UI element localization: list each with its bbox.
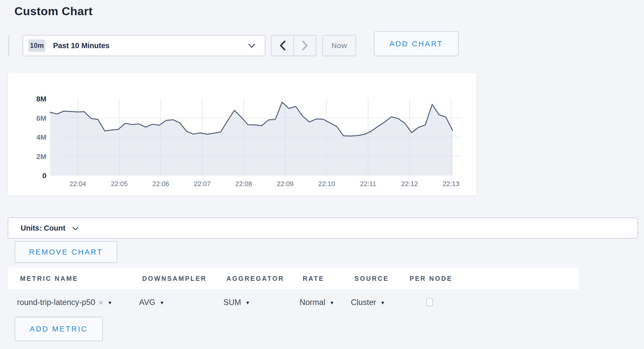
caret-down-icon: ▼ <box>329 300 334 306</box>
col-header-aggregator: AGGREGATOR <box>226 268 284 289</box>
chart-x-tick-label: 22:04 <box>69 180 86 188</box>
caret-down-icon: ▼ <box>380 300 385 306</box>
chevron-down-icon <box>248 43 256 49</box>
source-select[interactable]: Cluster ▼ <box>351 289 385 316</box>
chart-x-tick-label: 22:06 <box>152 180 169 188</box>
chart-x-tick-label: 22:11 <box>360 180 376 188</box>
add-chart-button[interactable]: ADD CHART <box>374 31 459 56</box>
aggregator-select[interactable]: SUM ▼ <box>223 289 250 316</box>
caret-down-icon: ▼ <box>245 300 250 306</box>
rate-select[interactable]: Normal ▼ <box>300 289 334 316</box>
chart-x-tick-label: 22:10 <box>318 180 335 188</box>
chevron-right-icon <box>302 40 308 51</box>
col-header-per-node: PER NODE <box>410 268 453 289</box>
chart-card: 02M4M6M8M22:0422:0522:0622:0722:0822:092… <box>8 73 477 196</box>
clear-icon[interactable]: × <box>98 298 103 308</box>
time-nav-group <box>271 35 316 56</box>
metric-chart: 02M4M6M8M22:0422:0522:0622:0722:0822:092… <box>8 73 477 196</box>
time-range-label: Past 10 Minutes <box>53 41 109 50</box>
caret-down-icon: ▼ <box>107 300 112 306</box>
chart-y-tick-label: 0 <box>42 172 46 180</box>
add-metric-button[interactable]: ADD METRIC <box>15 317 103 341</box>
metric-name-select[interactable]: round-trip-latency-p50 × ▼ <box>17 289 112 316</box>
time-range-badge: 10m <box>28 39 45 52</box>
metric-table-row: round-trip-latency-p50 × ▼ AVG ▼ SUM ▼ N… <box>0 289 644 316</box>
chart-area-fill <box>50 102 453 176</box>
chart-x-tick-label: 22:13 <box>443 180 459 188</box>
chart-x-tick-label: 22:12 <box>401 180 418 188</box>
toolbar-divider <box>9 35 9 56</box>
chart-x-tick-label: 22:09 <box>277 180 293 188</box>
chart-y-tick-label: 2M <box>36 153 46 161</box>
downsampler-select[interactable]: AVG ▼ <box>139 289 164 316</box>
custom-chart-page: Custom Chart 10m Past 10 Minutes Now ADD… <box>0 0 644 349</box>
chevron-down-icon <box>72 226 79 231</box>
aggregator-value: SUM <box>223 298 241 307</box>
time-next-button[interactable] <box>294 36 316 56</box>
time-prev-button[interactable] <box>272 36 294 56</box>
units-dropdown[interactable]: Units: Count <box>8 217 638 239</box>
chart-x-tick-label: 22:07 <box>194 180 210 188</box>
chart-x-tick-label: 22:05 <box>111 180 128 188</box>
page-title: Custom Chart <box>14 5 93 18</box>
col-header-rate: RATE <box>303 268 324 289</box>
time-range-dropdown[interactable]: 10m Past 10 Minutes <box>23 35 265 56</box>
chart-y-tick-label: 6M <box>36 114 46 122</box>
col-header-downsampler: DOWNSAMPLER <box>142 268 207 289</box>
metrics-table-header: METRIC NAME DOWNSAMPLER AGGREGATOR RATE … <box>8 268 578 289</box>
remove-chart-button[interactable]: REMOVE CHART <box>15 241 117 263</box>
now-button[interactable]: Now <box>323 35 356 56</box>
units-label: Units: Count <box>21 224 65 232</box>
chevron-left-icon <box>279 40 286 51</box>
chart-x-tick-label: 22:08 <box>235 180 252 188</box>
source-value: Cluster <box>351 298 376 307</box>
caret-down-icon: ▼ <box>159 300 164 306</box>
chart-y-tick-label: 4M <box>36 133 46 141</box>
metric-name-value: round-trip-latency-p50 <box>17 298 95 307</box>
rate-value: Normal <box>300 298 325 307</box>
col-header-metric-name: METRIC NAME <box>20 268 78 289</box>
per-node-checkbox[interactable] <box>426 298 433 306</box>
downsampler-value: AVG <box>139 298 155 307</box>
chart-y-tick-label: 8M <box>36 95 46 103</box>
col-header-source: SOURCE <box>354 268 389 289</box>
